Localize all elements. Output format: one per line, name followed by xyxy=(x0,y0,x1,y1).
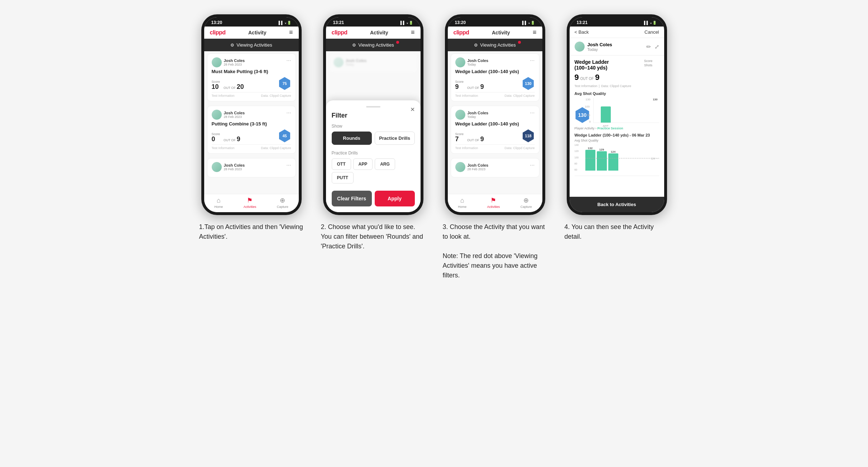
apply-button[interactable]: Apply xyxy=(375,191,415,206)
status-time-4: 13:21 xyxy=(577,20,588,25)
step-2-column: 13:21 ▌▌ ᵥ 🔋 clippd Activity ≡ ⚙ Viewing… xyxy=(320,14,427,251)
filter-handle xyxy=(366,106,380,108)
nav-logo-1: clippd xyxy=(210,29,226,36)
sq-badge-1-1: 75 xyxy=(278,77,291,90)
filter-modal[interactable]: ✕ Filter Show Rounds Practice Drills Pra… xyxy=(326,100,421,212)
phone-frame-2: 13:21 ▌▌ ᵥ 🔋 clippd Activity ≡ ⚙ Viewing… xyxy=(323,14,423,215)
activity-card-3-1[interactable]: Josh Coles Today ··· Wedge Ladder (100–1… xyxy=(451,53,539,101)
status-icons-1: ▌▌ ᵥ 🔋 xyxy=(279,21,292,25)
nav-activities-3[interactable]: ⚑ Activities xyxy=(487,196,500,209)
notch-3 xyxy=(479,17,511,25)
detail-user-name: Josh Coles xyxy=(588,42,643,47)
nav-menu-1[interactable]: ≡ xyxy=(289,29,293,36)
step-2-description: 2. Choose what you'd like to see. You ca… xyxy=(320,222,427,251)
nav-home-3[interactable]: ⌂ Home xyxy=(458,197,466,209)
more-dots-1-3[interactable]: ··· xyxy=(286,162,291,168)
card-header-3-1: Josh Coles Today ··· xyxy=(455,57,535,67)
nav-bar-3: clippd Activity ≡ xyxy=(448,27,542,39)
viewing-banner-text-3: Viewing Activities xyxy=(480,42,515,48)
show-label: Show xyxy=(332,124,415,129)
stat-score-1-2: Score 0 xyxy=(212,132,220,142)
score-header-label: Score xyxy=(644,59,653,63)
rounds-tab[interactable]: Rounds xyxy=(332,132,372,145)
expand-icon[interactable]: ⤢ xyxy=(654,43,659,50)
detail-user-info: Josh Coles Today xyxy=(588,42,643,52)
more-dots-1-1[interactable]: ··· xyxy=(286,57,291,64)
stat-outof-1-1: OUT OF 20 xyxy=(224,80,244,90)
filter-icon-1: ⚙ xyxy=(230,43,234,48)
viewing-banner-3[interactable]: ⚙ Viewing Activities xyxy=(448,39,542,51)
practice-drills-label: Practice Drills xyxy=(332,151,415,156)
home-label-1: Home xyxy=(214,205,223,209)
sub-bar-3 xyxy=(608,153,618,171)
activities-label-1: Activities xyxy=(244,205,256,209)
phone-frame-3: 13:20 ▌▌ ᵥ 🔋 clippd Activity ≡ ⚙ Viewing… xyxy=(445,14,545,215)
home-icon-1: ⌂ xyxy=(217,197,221,204)
shots-val-1-1: 20 xyxy=(237,84,244,90)
filter-close-button[interactable]: ✕ xyxy=(410,106,415,113)
nav-capture-3[interactable]: ⊕ Capture xyxy=(521,196,532,209)
phone-frame-1: 13:20 ▌▌ ᵥ 🔋 clippd Activity ≡ ⚙ Viewing… xyxy=(201,14,302,215)
user-name-1-3: Josh Coles xyxy=(224,163,245,167)
user-date-1-2: 28 Feb 2023 xyxy=(224,115,245,119)
activity-card-1-1[interactable]: Josh Coles 28 Feb 2023 ··· Must Make Put… xyxy=(207,53,296,101)
avatar-4 xyxy=(575,42,585,52)
back-button[interactable]: < Back xyxy=(575,29,589,35)
card-title-3-1: Wedge Ladder (100–140 yds) xyxy=(455,69,535,74)
filter-icon-3: ⚙ xyxy=(474,43,478,48)
nav-title-3: Activity xyxy=(492,30,510,35)
score-val-1-1: 10 xyxy=(212,84,220,90)
more-dots-1-2[interactable]: ··· xyxy=(286,110,291,116)
out-of-text-1-1: OUT OF xyxy=(224,86,236,90)
bottom-nav-1: ⌂ Home ⚑ Activities ⊕ Capture xyxy=(204,194,299,212)
phone-scroll-1: Josh Coles 28 Feb 2023 ··· Must Make Put… xyxy=(204,51,299,194)
info-left-1-2: Test Information xyxy=(212,146,235,150)
nav-logo-2: clippd xyxy=(332,29,347,36)
viewing-banner-1[interactable]: ⚙ Viewing Activities xyxy=(204,39,299,51)
avatar-1-3 xyxy=(212,162,222,172)
stats-row-1-2: Score 0 OUT OF 9 45 xyxy=(212,129,291,142)
phone-inner-4: 13:21 ▌▌ ᵥ 🔋 < Back Cancel Josh Coles To… xyxy=(570,17,664,212)
user-name-1-2: Josh Coles xyxy=(224,111,245,115)
step-4-column: 13:21 ▌▌ ᵥ 🔋 < Back Cancel Josh Coles To… xyxy=(563,14,671,242)
nav-activities-1[interactable]: ⚑ Activities xyxy=(244,196,256,209)
activity-card-1-2[interactable]: Josh Coles 28 Feb 2023 ··· Putting Combi… xyxy=(207,106,296,154)
activity-card-1-3[interactable]: Josh Coles 28 Feb 2023 ··· xyxy=(207,158,296,177)
nav-home-1[interactable]: ⌂ Home xyxy=(214,197,223,209)
nav-menu-2[interactable]: ≡ xyxy=(411,29,415,36)
drill-tag-putt[interactable]: PUTT xyxy=(332,172,354,184)
sq-badge-1-2: 45 xyxy=(278,129,291,142)
phone-frame-4: 13:21 ▌▌ ᵥ 🔋 < Back Cancel Josh Coles To… xyxy=(567,14,667,215)
cancel-button[interactable]: Cancel xyxy=(644,29,659,35)
info-left-1-1: Test Information xyxy=(212,94,235,97)
nav-capture-1[interactable]: ⊕ Capture xyxy=(277,196,288,209)
drill-tag-app[interactable]: APP xyxy=(353,158,373,170)
viewing-banner-text-2: Viewing Activities xyxy=(358,42,394,48)
card-title-1-1: Must Make Putting (3-6 ft) xyxy=(212,69,291,74)
stats-row-1-1: Score 10 OUT OF 20 75 xyxy=(212,77,291,90)
drill-tag-arg[interactable]: ARG xyxy=(375,158,395,170)
out-of-detail: OUT OF xyxy=(580,77,594,81)
nav-bar-1: clippd Activity ≡ xyxy=(204,27,299,39)
detail-score: 9 xyxy=(575,73,579,82)
edit-icon[interactable]: ✏ xyxy=(646,43,651,50)
more-dots-3-1[interactable]: ··· xyxy=(530,57,534,64)
clear-filters-button[interactable]: Clear Filters xyxy=(332,191,372,206)
activity-card-3-3[interactable]: Josh Coles 28 Feb 2023 ··· xyxy=(451,158,539,177)
phone-scroll-3: Josh Coles Today ··· Wedge Ladder (100–1… xyxy=(448,51,542,194)
practice-drills-tab[interactable]: Practice Drills xyxy=(375,132,415,145)
viewing-banner-2[interactable]: ⚙ Viewing Activities xyxy=(326,39,421,51)
sub-bar-1 xyxy=(585,150,595,171)
avg-sq-label: Avg Shot Quality xyxy=(575,91,659,96)
activities-icon-1: ⚑ xyxy=(247,196,253,204)
filter-title: Filter xyxy=(332,112,415,119)
drill-tag-ott[interactable]: OTT xyxy=(332,158,351,170)
nav-title-1: Activity xyxy=(248,30,267,35)
back-to-activities-button[interactable]: Back to Activities xyxy=(570,197,664,212)
nav-logo-3: clippd xyxy=(454,29,469,36)
status-icons-4: ▌▌ ᵥ 🔋 xyxy=(644,21,657,25)
nav-menu-3[interactable]: ≡ xyxy=(533,29,537,36)
activity-card-3-2[interactable]: Josh Coles Today ··· Wedge Ladder (100–1… xyxy=(451,106,539,154)
detail-data-text: Data: Clippd Capture xyxy=(601,84,631,88)
detail-header: < Back Cancel xyxy=(570,27,664,38)
